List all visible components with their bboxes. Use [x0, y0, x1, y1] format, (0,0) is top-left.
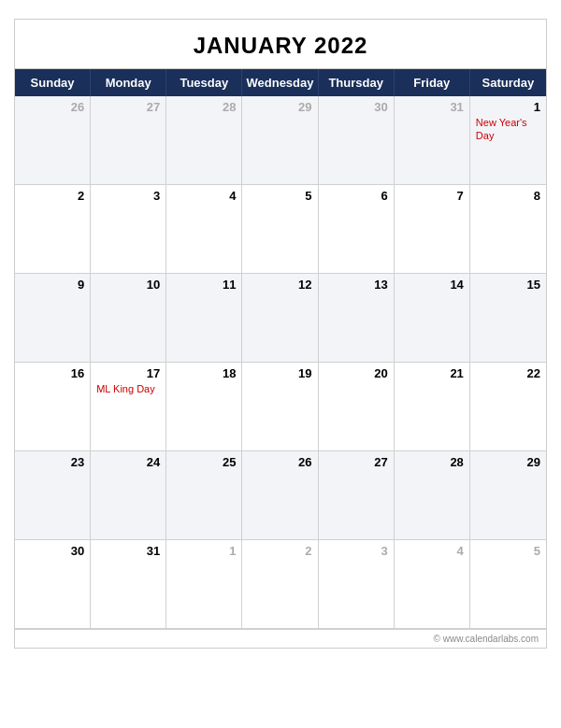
cal-cell: 13	[319, 274, 395, 363]
day-number: 30	[21, 544, 84, 558]
day-number: 28	[172, 100, 236, 114]
cal-cell: 14	[395, 274, 470, 363]
day-number: 29	[248, 100, 311, 114]
day-number: 31	[400, 100, 464, 114]
calendar-title: JANUARY 2022	[15, 20, 546, 69]
day-number: 21	[400, 366, 464, 380]
cal-cell: 30	[319, 96, 395, 185]
cal-cell: 9	[15, 274, 91, 363]
day-number: 10	[96, 278, 160, 292]
day-number: 3	[96, 189, 160, 203]
day-number: 12	[248, 278, 311, 292]
cal-cell: 19	[242, 363, 318, 451]
day-number: 7	[400, 189, 464, 203]
calendar: JANUARY 2022 SundayMondayTuesdayWednesda…	[14, 19, 547, 649]
cal-cell: 29	[470, 451, 546, 540]
day-number: 2	[21, 189, 84, 203]
day-number: 15	[476, 278, 540, 292]
day-number: 27	[96, 100, 160, 114]
day-number: 25	[172, 455, 236, 469]
day-number: 4	[400, 544, 464, 558]
day-number: 30	[324, 100, 388, 114]
day-number: 2	[248, 544, 311, 558]
cal-cell: 31	[91, 540, 166, 629]
day-number: 17	[96, 366, 160, 380]
cal-cell: 10	[91, 274, 166, 363]
cal-cell: 18	[166, 363, 242, 451]
col-head-thursday: Thursday	[319, 69, 395, 96]
cal-cell: 20	[319, 363, 395, 451]
calendar-footer: © www.calendarlabs.com	[15, 629, 546, 648]
cal-cell: 23	[15, 451, 91, 540]
day-number: 9	[21, 278, 84, 292]
cal-cell: 5	[470, 540, 546, 629]
col-head-wednesday: Wednesday	[242, 69, 318, 96]
cal-cell: 28	[395, 451, 470, 540]
holiday-label: ML King Day	[96, 382, 160, 395]
col-head-tuesday: Tuesday	[166, 69, 242, 96]
day-number: 22	[476, 366, 540, 380]
col-head-sunday: Sunday	[15, 69, 91, 96]
cal-cell: 27	[319, 451, 395, 540]
col-head-monday: Monday	[91, 69, 166, 96]
cal-cell: 11	[166, 274, 242, 363]
day-number: 6	[324, 189, 388, 203]
cal-cell: 26	[15, 96, 91, 185]
day-number: 18	[172, 366, 236, 380]
cal-cell: 2	[242, 540, 318, 629]
cal-cell: 2	[15, 185, 91, 274]
cal-cell: 26	[242, 451, 318, 540]
day-number: 26	[21, 100, 84, 114]
day-number: 27	[324, 455, 388, 469]
cal-cell: 1	[166, 540, 242, 629]
day-number: 5	[248, 189, 311, 203]
day-number: 14	[400, 278, 464, 292]
day-number: 31	[96, 544, 160, 558]
cal-cell: 16	[15, 363, 91, 451]
calendar-header: SundayMondayTuesdayWednesdayThursdayFrid…	[15, 69, 546, 96]
cal-cell: 21	[395, 363, 470, 451]
cal-cell: 24	[91, 451, 166, 540]
cal-cell: 17ML King Day	[91, 363, 166, 451]
cal-cell: 6	[319, 185, 395, 274]
cal-cell: 1New Year's Day	[470, 96, 546, 185]
calendar-grid: 2627282930311New Year's Day2345678910111…	[15, 96, 546, 629]
day-number: 5	[476, 544, 540, 558]
holiday-label: New Year's Day	[476, 116, 540, 143]
day-number: 4	[172, 189, 236, 203]
cal-cell: 22	[470, 363, 546, 451]
cal-cell: 25	[166, 451, 242, 540]
day-number: 1	[476, 100, 540, 114]
day-number: 23	[21, 455, 84, 469]
day-number: 11	[172, 278, 236, 292]
col-head-saturday: Saturday	[470, 69, 546, 96]
cal-cell: 12	[242, 274, 318, 363]
day-number: 1	[172, 544, 236, 558]
col-head-friday: Friday	[395, 69, 470, 96]
day-number: 20	[324, 366, 388, 380]
day-number: 24	[96, 455, 160, 469]
day-number: 16	[21, 366, 84, 380]
cal-cell: 29	[242, 96, 318, 185]
day-number: 3	[324, 544, 388, 558]
day-number: 29	[476, 455, 540, 469]
cal-cell: 3	[91, 185, 166, 274]
day-number: 26	[248, 455, 311, 469]
day-number: 28	[400, 455, 464, 469]
day-number: 19	[248, 366, 311, 380]
cal-cell: 15	[470, 274, 546, 363]
cal-cell: 8	[470, 185, 546, 274]
cal-cell: 5	[242, 185, 318, 274]
cal-cell: 27	[91, 96, 166, 185]
day-number: 13	[324, 278, 388, 292]
cal-cell: 3	[319, 540, 395, 629]
day-number: 8	[476, 189, 540, 203]
cal-cell: 7	[395, 185, 470, 274]
cal-cell: 30	[15, 540, 91, 629]
cal-cell: 4	[166, 185, 242, 274]
cal-cell: 28	[166, 96, 242, 185]
cal-cell: 4	[395, 540, 470, 629]
cal-cell: 31	[395, 96, 470, 185]
